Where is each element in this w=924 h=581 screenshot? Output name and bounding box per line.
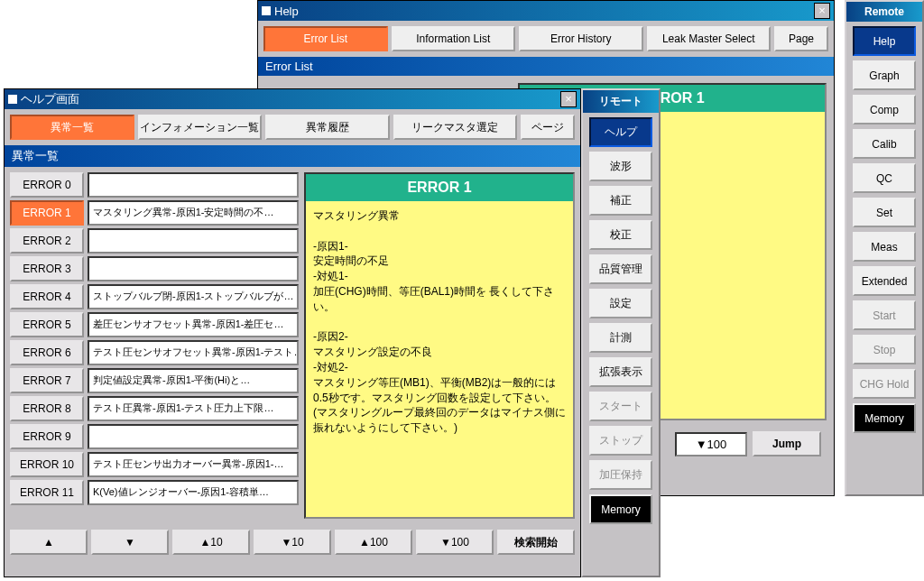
tab-leak-master-jp[interactable]: リークマスタ選定 bbox=[393, 115, 518, 140]
error-list-area: ERROR 0 ERROR 1マスタリング異常-原因1-安定時間の不… ERRO… bbox=[5, 167, 580, 524]
title-text-jp: ヘルプ画面 bbox=[21, 91, 79, 107]
side-chg-hold[interactable]: CHG Hold bbox=[853, 369, 916, 399]
tab-rireki[interactable]: 異常履歴 bbox=[265, 115, 390, 140]
detail-panel-jp: ERROR 1 マスタリング異常 -原因1- 安定時間の不足 -対処1- 加圧(… bbox=[304, 172, 575, 519]
error-7[interactable]: ERROR 7 bbox=[10, 368, 84, 393]
side-keisoku-jp[interactable]: 計測 bbox=[589, 323, 652, 353]
detail-title-jp: ERROR 1 bbox=[306, 174, 573, 201]
side-start[interactable]: Start bbox=[853, 300, 916, 330]
side-meas[interactable]: Meas bbox=[853, 232, 916, 262]
side-settei-jp[interactable]: 設定 bbox=[589, 289, 652, 318]
side-kousei-jp[interactable]: 校正 bbox=[589, 220, 652, 250]
title-marker-icon bbox=[262, 6, 271, 15]
nav-bar-jp: ▲ ▼ ▲10 ▼10 ▲100 ▼100 検索開始 bbox=[5, 524, 580, 560]
side-wave-jp[interactable]: 波形 bbox=[589, 152, 652, 181]
tabbar-jp: 異常一覧 インフォメーション一覧 異常履歴 リークマスタ選定 ページ bbox=[5, 109, 580, 145]
error-2[interactable]: ERROR 2 bbox=[10, 228, 84, 254]
page-button-en[interactable]: Page bbox=[774, 26, 828, 51]
side-memory[interactable]: Memory bbox=[853, 403, 916, 433]
sidebar-header-remote: Remote bbox=[846, 2, 922, 22]
side-start-jp[interactable]: スタート bbox=[589, 392, 652, 421]
nav-up10[interactable]: ▲10 bbox=[172, 530, 250, 555]
tab-ijou-ichiran[interactable]: 異常一覧 bbox=[10, 115, 134, 140]
side-memory-jp[interactable]: Memory bbox=[589, 494, 652, 524]
error-list-column: ERROR 0 ERROR 1マスタリング異常-原因1-安定時間の不… ERRO… bbox=[10, 172, 299, 519]
nav-down[interactable]: ▼ bbox=[91, 530, 169, 555]
error-10[interactable]: ERROR 10 bbox=[10, 452, 84, 477]
error-5-desc: 差圧センサオフセット異常-原因1-差圧セ… bbox=[88, 312, 299, 337]
error-9-desc bbox=[88, 424, 299, 449]
tab-leak-master[interactable]: Leak Master Select bbox=[647, 26, 772, 51]
error-5[interactable]: ERROR 5 bbox=[10, 312, 84, 337]
title-marker-icon bbox=[8, 95, 17, 104]
jump-button[interactable]: Jump bbox=[753, 431, 821, 456]
nav-up100[interactable]: ▲100 bbox=[335, 530, 412, 555]
side-calib[interactable]: Calib bbox=[853, 129, 916, 159]
titlebar-jp: ヘルプ画面 × bbox=[5, 89, 580, 109]
side-kaatsu-jp[interactable]: 加圧保持 bbox=[589, 460, 652, 490]
sidebar-header-jp: リモート bbox=[583, 90, 659, 113]
sidebar-remote: Remote Help Graph Comp Calib QC Set Meas… bbox=[845, 0, 924, 496]
error-9[interactable]: ERROR 9 bbox=[10, 424, 84, 449]
close-icon[interactable]: × bbox=[814, 3, 830, 19]
side-stop[interactable]: Stop bbox=[853, 335, 916, 364]
side-comp[interactable]: Comp bbox=[853, 95, 916, 124]
section-header-jp: 異常一覧 bbox=[5, 145, 580, 167]
side-graph[interactable]: Graph bbox=[853, 60, 916, 90]
error-4-desc: ストップバルブ閉-原因1-ストップバルブが… bbox=[88, 284, 299, 309]
error-8[interactable]: ERROR 8 bbox=[10, 396, 84, 421]
help-window-jp: ヘルプ画面 × 異常一覧 インフォメーション一覧 異常履歴 リークマスタ選定 ペ… bbox=[4, 88, 581, 577]
error-3-desc bbox=[88, 256, 299, 281]
nav-down10[interactable]: ▼10 bbox=[254, 530, 331, 555]
tabbar-en: Error List Information List Error Histor… bbox=[258, 21, 834, 57]
error-4[interactable]: ERROR 4 bbox=[10, 284, 84, 309]
error-1[interactable]: ERROR 1 bbox=[10, 200, 84, 226]
sidebar-remote-jp: リモート ヘルプ 波形 補正 校正 品質管理 設定 計測 拡張表示 スタート ス… bbox=[581, 88, 661, 577]
error-1-desc: マスタリング異常-原因1-安定時間の不… bbox=[88, 200, 299, 226]
side-kakuchou-jp[interactable]: 拡張表示 bbox=[589, 357, 652, 387]
error-3[interactable]: ERROR 3 bbox=[10, 256, 84, 281]
side-qc[interactable]: QC bbox=[853, 163, 916, 193]
error-0-desc bbox=[88, 172, 299, 198]
close-icon[interactable]: × bbox=[560, 91, 577, 107]
page-button-jp[interactable]: ページ bbox=[521, 115, 575, 140]
detail-body-jp: マスタリング異常 -原因1- 安定時間の不足 -対処1- 加圧(CHG)時間、等… bbox=[306, 201, 573, 517]
side-stop-jp[interactable]: ストップ bbox=[589, 426, 652, 456]
error-0[interactable]: ERROR 0 bbox=[10, 172, 84, 198]
side-hinshitsu-jp[interactable]: 品質管理 bbox=[589, 254, 652, 284]
memory-value[interactable]: ▼100 bbox=[675, 432, 747, 456]
search-start[interactable]: 検索開始 bbox=[497, 530, 575, 555]
side-set[interactable]: Set bbox=[853, 198, 916, 227]
error-11-desc: K(Ve)値レンジオーバー-原因1-容積単… bbox=[88, 480, 299, 505]
error-10-desc: テスト圧センサ出力オーバー異常-原因1-… bbox=[88, 452, 299, 477]
title-text-en: Help bbox=[274, 5, 299, 18]
tab-information[interactable]: インフォメーション一覧 bbox=[138, 115, 263, 140]
nav-up[interactable]: ▲ bbox=[10, 530, 88, 555]
tab-error-list[interactable]: Error List bbox=[263, 26, 388, 51]
error-2-desc bbox=[88, 228, 299, 254]
error-11[interactable]: ERROR 11 bbox=[10, 480, 84, 505]
side-help[interactable]: Help bbox=[853, 26, 916, 56]
error-6-desc: テスト圧センサオフセット異常-原因1-テスト… bbox=[88, 340, 299, 365]
error-6[interactable]: ERROR 6 bbox=[10, 340, 84, 365]
error-8-desc: テスト圧異常-原因1-テスト圧力上下限… bbox=[88, 396, 299, 421]
section-header-en: Error List bbox=[258, 57, 834, 76]
side-help-jp[interactable]: ヘルプ bbox=[589, 117, 652, 147]
tab-error-history[interactable]: Error History bbox=[519, 26, 643, 51]
titlebar-en: Help × bbox=[258, 1, 834, 21]
error-7-desc: 判定値設定異常-原因1-平衡(Hi)と… bbox=[88, 368, 299, 393]
tab-information-list[interactable]: Information List bbox=[392, 26, 516, 51]
side-hosei-jp[interactable]: 補正 bbox=[589, 186, 652, 216]
nav-down100[interactable]: ▼100 bbox=[416, 530, 494, 555]
side-extended[interactable]: Extended bbox=[853, 266, 916, 296]
